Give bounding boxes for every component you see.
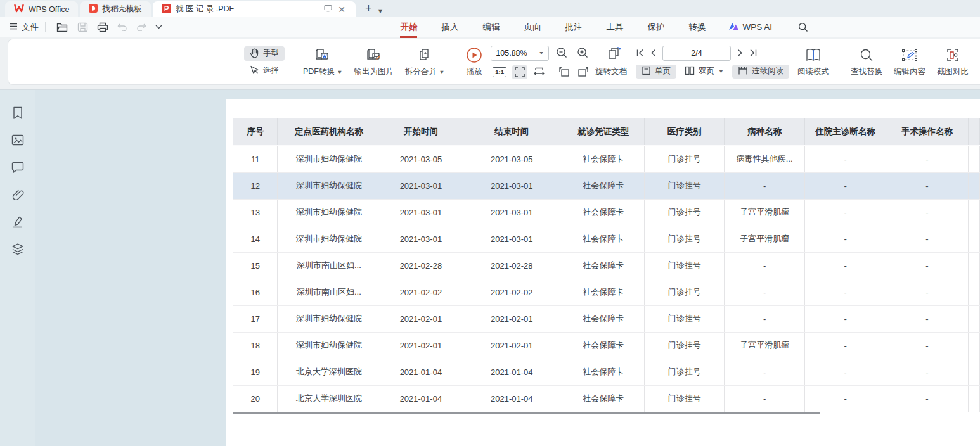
menu-tab-comment[interactable]: 批注 — [564, 18, 583, 36]
menu-tab-protect[interactable]: 保护 — [646, 18, 666, 36]
table-cell: - — [886, 359, 969, 385]
table-cell: 深圳市妇幼保健院 — [278, 226, 380, 252]
first-page-icon[interactable] — [636, 49, 644, 57]
table-cell: 2021-02-02 — [380, 279, 461, 305]
table-cell: - — [886, 146, 969, 172]
rotate-right-icon[interactable] — [576, 65, 591, 79]
single-page-button[interactable]: 单页 — [636, 65, 676, 79]
page-indicator-input[interactable]: 2/4 — [662, 46, 731, 61]
table-cell: 社会保障卡 — [562, 172, 645, 199]
double-page-icon — [685, 66, 695, 77]
table-cell: - — [725, 305, 805, 332]
table-cell: - — [805, 332, 886, 359]
table-bottom-border — [233, 412, 820, 414]
pdf-convert-button[interactable]: PDF转换 ▼ — [297, 46, 348, 79]
signature-pen-icon[interactable] — [10, 214, 25, 229]
redo-icon[interactable] — [132, 23, 151, 31]
medical-records-table: 序号定点医药机构名称开始时间结束时间就诊凭证类型医疗类别病种名称住院主诊断名称手… — [233, 118, 980, 412]
ribbon-panel: 手型 选择 PDF转换 ▼ 输出为图片 拆分合并 ▼ — [8, 39, 980, 85]
double-page-button[interactable]: 双页 ▼ — [679, 65, 730, 79]
menu-tab-insert[interactable]: 插入 — [440, 18, 460, 36]
table-cell: 2021-02-01 — [461, 305, 562, 332]
menu-search-icon[interactable] — [794, 22, 813, 32]
table-cell: - — [725, 385, 805, 412]
table-cell: 2021-01-04 — [380, 359, 461, 385]
split-merge-button[interactable]: 拆分合并 ▼ — [399, 46, 450, 79]
zoom-cluster: 105.88%▼ 1:1 旋转文档 — [491, 45, 627, 79]
play-button[interactable]: 播放 — [460, 46, 488, 79]
fit-page-button[interactable] — [512, 65, 527, 79]
actual-size-button[interactable]: 1:1 — [491, 66, 508, 79]
wps-ai-button[interactable]: WPS AI — [728, 22, 772, 32]
zoom-out-icon[interactable] — [554, 46, 570, 60]
menu-tab-home[interactable]: 开始 — [399, 18, 418, 36]
table-header-cell: 开始时间 — [380, 118, 461, 146]
export-image-button[interactable]: 输出为图片 — [348, 46, 399, 79]
rotate-left-icon[interactable] — [556, 65, 572, 79]
document-viewport[interactable]: 序号定点医药机构名称开始时间结束时间就诊凭证类型医疗类别病种名称住院主诊断名称手… — [35, 90, 980, 446]
comment-icon[interactable] — [10, 160, 25, 175]
fit-width-button[interactable] — [531, 66, 547, 79]
next-page-icon[interactable] — [737, 49, 743, 57]
save-icon[interactable] — [73, 22, 93, 32]
zoom-in-icon[interactable] — [575, 46, 591, 60]
select-tool-button[interactable]: 选择 — [244, 64, 285, 78]
menu-tab-convert[interactable]: 转换 — [687, 18, 707, 36]
present-mode-icon[interactable] — [324, 4, 332, 14]
table-cell: - — [805, 279, 886, 305]
table-row: 16深圳市南山区妇...2021-02-022021-02-02社会保障卡门诊挂… — [233, 279, 980, 305]
new-tab-button[interactable]: + — [358, 2, 377, 17]
table-cell: 社会保障卡 — [562, 146, 645, 172]
edit-content-button[interactable]: 编辑内容 — [888, 46, 931, 79]
table-cell: 15 — [233, 252, 278, 279]
continuous-read-button[interactable]: 连续阅读 — [732, 65, 789, 79]
table-cell: 深圳市妇幼保健院 — [278, 172, 380, 199]
layers-icon[interactable] — [10, 241, 25, 257]
hamburger-icon — [9, 22, 18, 32]
rotate-document-icon[interactable] — [605, 45, 625, 61]
table-cell — [968, 172, 979, 199]
quick-access-chevron-icon[interactable] — [151, 25, 167, 29]
tab-document-pdf[interactable]: 就 医 记 录 .PDF ✕ — [153, 1, 356, 17]
print-icon[interactable] — [93, 22, 113, 32]
find-replace-button[interactable]: 查找替换 — [845, 46, 888, 79]
open-file-icon[interactable] — [52, 22, 73, 32]
table-cell: 2021-02-02 — [461, 279, 562, 305]
attachment-icon[interactable] — [10, 187, 25, 202]
table-cell: 门诊挂号 — [645, 226, 725, 252]
hand-icon — [250, 48, 259, 60]
table-cell: - — [725, 172, 805, 199]
last-page-icon[interactable] — [749, 49, 758, 57]
table-cell: 门诊挂号 — [645, 279, 725, 305]
undo-icon[interactable] — [113, 23, 132, 31]
edit-content-icon — [901, 47, 918, 63]
zoom-level-select[interactable]: 105.88%▼ — [491, 46, 549, 61]
screenshot-compare-button[interactable]: 截图对比 — [931, 46, 974, 79]
hand-tool-button[interactable]: 手型 — [244, 46, 285, 61]
wps-window: WPS Office 找稻壳模板 就 医 记 录 .PDF ✕ + ▼ 文件 开… — [0, 0, 980, 446]
table-cell: 社会保障卡 — [562, 359, 645, 385]
close-tab-icon[interactable]: ✕ — [337, 5, 347, 14]
continuous-read-icon — [738, 66, 748, 77]
rotate-document-label[interactable]: 旋转文档 — [595, 67, 627, 77]
table-cell: 子宫平滑肌瘤 — [725, 332, 805, 359]
tab-wps-office[interactable]: WPS Office — [5, 1, 78, 17]
table-cell: 2021-03-05 — [461, 146, 562, 172]
sidebar-tool-strip — [0, 90, 35, 446]
table-header-cell: 医疗类别 — [645, 118, 725, 146]
menu-tab-edit[interactable]: 编辑 — [481, 18, 501, 36]
table-cell: 北京大学深圳医院 — [278, 385, 380, 412]
compress-button[interactable]: 压缩 — [974, 46, 980, 79]
thumbnail-icon[interactable] — [10, 132, 25, 148]
menu-tab-page[interactable]: 页面 — [522, 18, 542, 36]
read-mode-button[interactable]: 阅读模式 — [792, 46, 835, 79]
pdf-page: 序号定点医药机构名称开始时间结束时间就诊凭证类型医疗类别病种名称住院主诊断名称手… — [226, 99, 980, 446]
tab-docer-templates[interactable]: 找稻壳模板 — [80, 1, 151, 17]
tab-list-chevron-icon[interactable]: ▼ — [377, 7, 384, 17]
table-cell: - — [886, 226, 969, 252]
menu-tab-tools[interactable]: 工具 — [605, 18, 624, 36]
file-menu-button[interactable]: 文件 — [9, 22, 39, 33]
table-header-cell: 住院主诊断名称 — [805, 118, 886, 146]
prev-page-icon[interactable] — [650, 49, 656, 57]
bookmark-icon[interactable] — [10, 105, 25, 120]
